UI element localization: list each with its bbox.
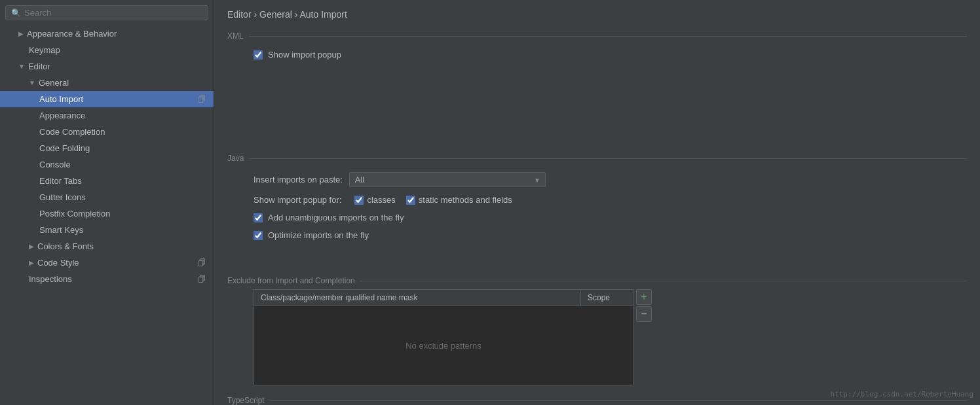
sidebar-item-label: Editor Tabs bbox=[39, 176, 82, 186]
sidebar-item-label: Code Style bbox=[37, 258, 79, 268]
sidebar-item-label: Code Completion bbox=[39, 127, 105, 137]
watermark: http://blog.csdn.net/RobertoHuang bbox=[830, 390, 973, 398]
sidebar-item-label: Smart Keys bbox=[39, 225, 83, 235]
sidebar-item-editor[interactable]: ▼ Editor bbox=[0, 58, 214, 75]
sidebar-item-appearance[interactable]: Appearance bbox=[0, 107, 214, 124]
search-box[interactable]: 🔍 bbox=[5, 5, 208, 20]
show-import-popup-label: Show import popup for: bbox=[254, 195, 341, 205]
static-methods-label: static methods and fields bbox=[419, 195, 512, 205]
search-icon: 🔍 bbox=[11, 9, 21, 18]
static-methods-checkbox[interactable] bbox=[406, 196, 415, 205]
sidebar-item-smart-keys[interactable]: Smart Keys bbox=[0, 222, 214, 238]
arrow-icon: ▶ bbox=[29, 243, 34, 250]
table-col-scope: Scope bbox=[580, 290, 633, 306]
sidebar-item-label: Appearance bbox=[39, 111, 85, 120]
exclude-section-label: Exclude from Import and Completion bbox=[227, 276, 967, 285]
arrow-icon: ▼ bbox=[29, 79, 35, 86]
sidebar-item-code-completion[interactable]: Code Completion bbox=[0, 124, 214, 140]
sidebar-item-label: Keymap bbox=[29, 45, 60, 55]
sidebar-item-label: Console bbox=[39, 160, 71, 169]
sidebar-item-gutter-icons[interactable]: Gutter Icons bbox=[0, 189, 214, 205]
sidebar-item-label: Editor bbox=[28, 62, 50, 71]
exclude-section: Exclude from Import and Completion Class… bbox=[227, 276, 967, 385]
classes-label: classes bbox=[367, 195, 395, 205]
breadcrumb: Editor › General › Auto Import bbox=[214, 0, 980, 26]
main-content: Editor › General › Auto Import XML Show … bbox=[214, 0, 980, 405]
xml-show-import-popup-checkbox[interactable] bbox=[254, 50, 263, 60]
classes-checkbox-label[interactable]: classes bbox=[354, 195, 395, 205]
sidebar-item-label: Appearance & Behavior bbox=[27, 29, 117, 39]
insert-imports-select-wrapper: All Ask None bbox=[349, 172, 546, 187]
sidebar-item-editor-tabs[interactable]: Editor Tabs bbox=[0, 173, 214, 189]
sidebar-item-general[interactable]: ▼ General bbox=[0, 75, 214, 91]
insert-imports-label: Insert imports on paste: bbox=[254, 175, 343, 185]
sidebar: 🔍 ▶ Appearance & Behavior Keymap ▼ Edito… bbox=[0, 0, 214, 405]
sidebar-item-label: Postfix Completion bbox=[39, 209, 110, 219]
xml-show-import-popup-label[interactable]: Show import popup bbox=[254, 50, 341, 60]
sidebar-item-inspections[interactable]: Inspections 🗍 bbox=[0, 271, 214, 287]
optimize-imports-label[interactable]: Optimize imports on the fly bbox=[254, 230, 369, 240]
table-buttons: + − bbox=[636, 289, 652, 385]
sidebar-item-appearance-behavior[interactable]: ▶ Appearance & Behavior bbox=[0, 26, 214, 42]
sidebar-item-label: Code Folding bbox=[39, 143, 90, 153]
copy-icon: 🗍 bbox=[198, 95, 206, 104]
xml-show-import-popup-row: Show import popup bbox=[227, 46, 967, 63]
insert-imports-row: Insert imports on paste: All Ask None bbox=[227, 168, 967, 191]
sidebar-item-label: Colors & Fonts bbox=[37, 241, 94, 251]
exclude-table-wrapper: Class/package/member qualified name mask… bbox=[254, 289, 967, 385]
optimize-imports-checkbox[interactable] bbox=[254, 231, 263, 240]
sidebar-item-console[interactable]: Console bbox=[0, 156, 214, 173]
sidebar-item-auto-import[interactable]: Auto Import 🗍 bbox=[0, 91, 214, 107]
show-import-popup-row: Show import popup for: classes static me… bbox=[227, 191, 967, 209]
table-empty-label: No exclude patterns bbox=[254, 306, 633, 385]
classes-checkbox[interactable] bbox=[354, 196, 364, 205]
insert-imports-select[interactable]: All Ask None bbox=[349, 172, 546, 187]
table-col-name: Class/package/member qualified name mask bbox=[254, 290, 580, 306]
exclude-table: Class/package/member qualified name mask… bbox=[254, 289, 633, 385]
sidebar-item-colors-fonts[interactable]: ▶ Colors & Fonts bbox=[0, 238, 214, 255]
add-unambiguous-label[interactable]: Add unambiguous imports on the fly bbox=[254, 213, 404, 222]
table-header: Class/package/member qualified name mask… bbox=[254, 290, 633, 306]
add-unambiguous-checkbox[interactable] bbox=[254, 213, 263, 222]
java-section-label: Java bbox=[227, 154, 967, 163]
sidebar-item-keymap[interactable]: Keymap bbox=[0, 42, 214, 58]
static-methods-checkbox-label[interactable]: static methods and fields bbox=[406, 195, 512, 205]
arrow-icon: ▶ bbox=[29, 259, 34, 266]
sidebar-item-label: General bbox=[39, 78, 69, 88]
sidebar-item-code-folding[interactable]: Code Folding bbox=[0, 140, 214, 156]
breadcrumb-text: Editor › General › Auto Import bbox=[227, 9, 347, 20]
remove-pattern-button[interactable]: − bbox=[636, 306, 652, 322]
copy-icon: 🗍 bbox=[198, 275, 206, 284]
add-pattern-button[interactable]: + bbox=[636, 289, 652, 305]
arrow-icon: ▶ bbox=[18, 30, 24, 37]
optimize-imports-row: Optimize imports on the fly bbox=[227, 226, 967, 244]
arrow-icon: ▼ bbox=[18, 63, 25, 70]
copy-icon: 🗍 bbox=[198, 258, 206, 268]
add-unambiguous-row: Add unambiguous imports on the fly bbox=[227, 209, 967, 226]
sidebar-item-code-style[interactable]: ▶ Code Style 🗍 bbox=[0, 255, 214, 271]
sidebar-item-label: Auto Import bbox=[39, 94, 83, 104]
sidebar-item-postfix-completion[interactable]: Postfix Completion bbox=[0, 205, 214, 222]
xml-section-label: XML bbox=[227, 31, 967, 41]
sidebar-item-label: Inspections bbox=[29, 274, 72, 284]
search-input[interactable] bbox=[24, 8, 202, 18]
sidebar-item-label: Gutter Icons bbox=[39, 192, 86, 202]
